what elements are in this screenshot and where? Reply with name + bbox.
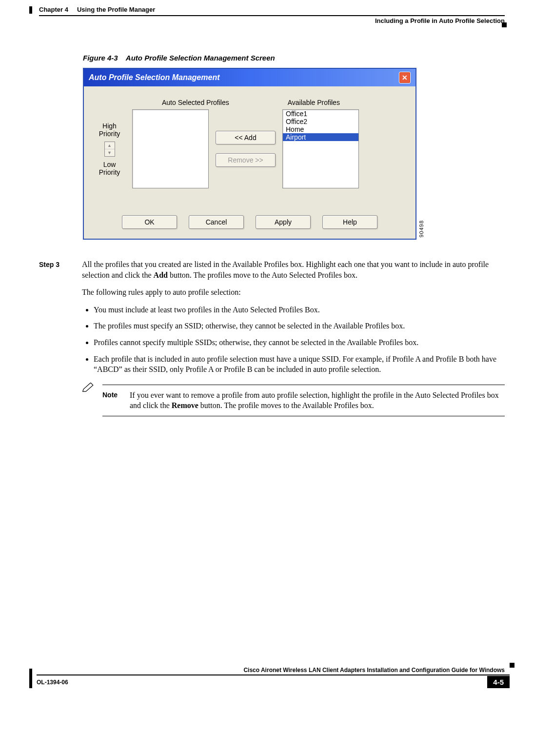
note-rule-bottom	[102, 416, 505, 416]
chapter-number: Chapter 4	[39, 6, 68, 13]
available-label: Available Profiles	[288, 99, 340, 106]
ok-button[interactable]: OK	[122, 215, 177, 229]
page-header: Chapter 4 Using the Profile Manager	[39, 0, 505, 15]
footer-rule	[37, 674, 510, 675]
close-icon[interactable]: ✕	[399, 72, 411, 83]
high-priority-label: High Priority	[94, 122, 125, 138]
note-text: If you ever want to remove a profile fro…	[130, 390, 505, 411]
step-para-1b: button. The profiles move to the Auto Se…	[168, 271, 357, 279]
list-item[interactable]: Home	[283, 125, 358, 133]
step-para-2: The following rules apply to auto profil…	[82, 287, 505, 298]
rule-bullet: The profiles must specify an SSID; other…	[94, 321, 505, 331]
note-label: Note	[102, 390, 122, 411]
footer-doc-title: Cisco Aironet Wireless LAN Client Adapte…	[243, 667, 510, 674]
chapter-title: Using the Profile Manager	[77, 6, 155, 13]
rules-bullet-list: You must include at least two profiles i…	[82, 305, 505, 375]
rule-bullet: Each profile that is included in auto pr…	[94, 354, 505, 375]
footer-end-square	[510, 663, 514, 668]
figure-title: Auto Profile Selection Management Screen	[126, 54, 275, 62]
spinner-down-icon[interactable]: ▼	[105, 149, 115, 156]
auto-selected-listbox[interactable]	[132, 109, 209, 188]
header-rule	[39, 15, 505, 16]
apply-button[interactable]: Apply	[256, 215, 311, 229]
remove-bold-word: Remove	[172, 401, 198, 409]
dialog-titlebar[interactable]: Auto Profile Selection Management ✕	[84, 69, 415, 86]
list-item[interactable]: Office1	[283, 110, 358, 118]
list-item[interactable]: Office2	[283, 118, 358, 125]
spinner-up-icon[interactable]: ▲	[105, 142, 115, 149]
priority-spinner[interactable]: ▲ ▼	[104, 142, 115, 157]
section-title: Including a Profile in Auto Profile Sele…	[39, 17, 505, 24]
page-footer: Cisco Aironet Wireless LAN Client Adapte…	[37, 667, 510, 688]
step-para-1: All the profiles that you created are li…	[82, 259, 505, 280]
low-priority-label: Low Priority	[94, 161, 125, 176]
cancel-button[interactable]: Cancel	[189, 215, 244, 229]
footer-doc-id: OL-1394-06	[37, 679, 68, 686]
header-accent-bar	[29, 6, 32, 14]
note-text-b: button. The profile moves to the Availab…	[198, 401, 374, 409]
step-label: Step 3	[39, 259, 68, 424]
figure-number: Figure 4-3	[83, 54, 118, 62]
help-button[interactable]: Help	[322, 215, 377, 229]
note-rule-top	[102, 385, 505, 385]
rule-bullet: You must include at least two profiles i…	[94, 305, 505, 315]
list-item[interactable]: Airport	[283, 133, 358, 141]
header-end-square	[502, 22, 507, 27]
add-button[interactable]: << Add	[216, 131, 276, 144]
available-listbox[interactable]: Office1Office2HomeAirport	[282, 109, 359, 188]
dialog-title: Auto Profile Selection Management	[89, 73, 219, 82]
dialog-window: Auto Profile Selection Management ✕ Auto…	[83, 68, 416, 240]
note-pencil-icon	[82, 383, 95, 392]
svg-marker-0	[83, 383, 93, 391]
remove-button[interactable]: Remove >>	[216, 153, 276, 167]
auto-selected-label: Auto Selected Profiles	[162, 99, 229, 106]
figure-caption: Figure 4-3 Auto Profile Selection Manage…	[83, 54, 505, 62]
add-bold-word: Add	[154, 271, 168, 279]
page-number: 4-5	[487, 676, 510, 688]
rule-bullet: Profiles cannot specify multiple SSIDs; …	[94, 337, 505, 348]
footer-accent-bar	[29, 669, 32, 688]
figure-side-code: 90498	[418, 220, 424, 238]
